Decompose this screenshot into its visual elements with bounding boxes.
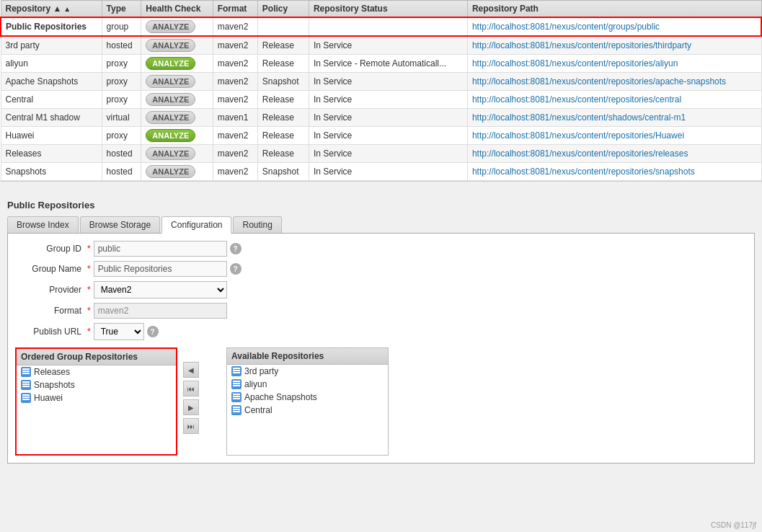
publish-url-help-icon[interactable]: ? xyxy=(147,326,159,337)
cell-path: http://localhost:8081/nexus/content/repo… xyxy=(467,145,761,163)
cell-status: In Service - Remote Automaticall... xyxy=(309,55,467,73)
repo-path-link[interactable]: http://localhost:8081/nexus/content/shad… xyxy=(472,112,686,123)
repo-path-link[interactable]: http://localhost:8081/nexus/content/repo… xyxy=(472,148,688,159)
analyze-button[interactable]: ANALYZE xyxy=(146,165,195,178)
cell-health-check: ANALYZE xyxy=(141,55,213,73)
detail-section: Public Repositories Browse Index Browse … xyxy=(0,192,762,518)
available-repo-item[interactable]: Apache Snapshots xyxy=(227,391,388,404)
form-row-provider: Provider * Maven2 xyxy=(15,281,747,298)
form-row-publish-url: Publish URL * True False ? xyxy=(15,323,747,340)
analyze-button[interactable]: ANALYZE xyxy=(146,57,195,70)
repo-item-label: Apache Snapshots xyxy=(244,392,317,402)
col-policy[interactable]: Policy xyxy=(257,1,309,18)
move-right-button[interactable]: ▶ xyxy=(183,399,199,415)
col-health-check[interactable]: Health Check xyxy=(141,1,213,18)
group-id-required: * xyxy=(87,244,91,254)
repo-path-link[interactable]: http://localhost:8081/nexus/content/repo… xyxy=(472,167,695,177)
cell-health-check: ANALYZE xyxy=(141,91,213,109)
group-name-label: Group Name xyxy=(15,264,87,274)
repo-path-link[interactable]: http://localhost:8081/nexus/content/repo… xyxy=(472,76,726,87)
ordered-group-box: Ordered Group Repositories ReleasesSnaps… xyxy=(15,347,177,456)
repo-item-icon xyxy=(21,380,31,390)
cell-health-check: ANALYZE xyxy=(141,36,213,55)
config-panel: Group ID * ? Group Name * ? Provider * M… xyxy=(7,234,755,464)
group-name-required: * xyxy=(87,264,91,274)
move-last-button[interactable]: ⏭ xyxy=(183,418,199,434)
available-repo-item[interactable]: aliyun xyxy=(227,378,388,391)
col-repository[interactable]: Repository ▲ xyxy=(1,1,102,18)
col-format[interactable]: Format xyxy=(213,1,257,18)
analyze-button[interactable]: ANALYZE xyxy=(146,129,195,142)
cell-path: http://localhost:8081/nexus/content/repo… xyxy=(467,36,761,55)
analyze-button[interactable]: ANALYZE xyxy=(146,111,195,124)
cell-repository: Central M1 shadow xyxy=(1,109,102,127)
available-list: 3rd partyaliyunApache SnapshotsCentral xyxy=(227,365,388,417)
repo-item-icon xyxy=(21,393,31,403)
repo-item-label: aliyun xyxy=(244,379,267,389)
repo-path-link[interactable]: http://localhost:8081/nexus/content/repo… xyxy=(472,130,684,141)
col-status[interactable]: Repository Status xyxy=(309,1,467,18)
publish-url-label: Publish URL xyxy=(15,327,87,337)
cell-status: In Service xyxy=(309,36,467,55)
cell-policy: Snapshot xyxy=(257,73,309,91)
analyze-button[interactable]: ANALYZE xyxy=(146,147,195,160)
repo-item-label: Snapshots xyxy=(34,380,75,390)
repo-path-link[interactable]: http://localhost:8081/nexus/content/grou… xyxy=(472,22,660,32)
col-type[interactable]: Type xyxy=(102,1,141,18)
ordered-group-title: Ordered Group Repositories xyxy=(17,349,176,365)
group-id-input[interactable] xyxy=(94,241,227,257)
cell-repository: Releases xyxy=(1,145,102,163)
provider-select[interactable]: Maven2 xyxy=(94,281,227,298)
col-path[interactable]: Repository Path xyxy=(467,1,761,18)
group-name-input[interactable] xyxy=(94,261,227,277)
tab-browse-index[interactable]: Browse Index xyxy=(7,216,79,233)
format-required: * xyxy=(87,306,91,316)
tab-routing[interactable]: Routing xyxy=(233,216,281,233)
repo-path-link[interactable]: http://localhost:8081/nexus/content/repo… xyxy=(472,94,681,105)
ordered-repo-item[interactable]: Huawei xyxy=(17,391,176,404)
repo-path-link[interactable]: http://localhost:8081/nexus/content/repo… xyxy=(472,58,678,68)
cell-format: maven2 xyxy=(213,55,257,73)
tab-configuration[interactable]: Configuration xyxy=(161,216,231,234)
cell-type: hosted xyxy=(102,145,141,163)
cell-policy: Release xyxy=(257,91,309,109)
repository-table: Repository ▲ Type Health Check Format Po… xyxy=(0,0,762,181)
form-row-group-id: Group ID * ? xyxy=(15,241,747,257)
table-section: Repository ▲ Type Health Check Format Po… xyxy=(0,0,762,182)
analyze-button[interactable]: ANALYZE xyxy=(146,75,195,88)
analyze-button[interactable]: ANALYZE xyxy=(146,20,195,33)
repo-path-link[interactable]: http://localhost:8081/nexus/content/repo… xyxy=(472,40,691,50)
ordered-repo-item[interactable]: Snapshots xyxy=(17,378,176,391)
cell-path: http://localhost:8081/nexus/content/repo… xyxy=(467,55,761,73)
repo-item-label: Releases xyxy=(34,367,70,377)
cell-format: maven2 xyxy=(213,17,257,36)
analyze-button[interactable]: ANALYZE xyxy=(146,93,195,106)
cell-policy: Release xyxy=(257,36,309,55)
available-repo-item[interactable]: Central xyxy=(227,404,388,417)
cell-health-check: ANALYZE xyxy=(141,109,213,127)
format-input xyxy=(94,303,227,319)
publish-url-select[interactable]: True False xyxy=(94,323,144,340)
cell-format: maven2 xyxy=(213,127,257,145)
cell-status: In Service xyxy=(309,91,467,109)
cell-format: maven2 xyxy=(213,145,257,163)
repo-item-label: Huawei xyxy=(34,393,63,403)
available-repos-box: Available Repositories 3rd partyaliyunAp… xyxy=(226,347,389,456)
cell-type: group xyxy=(102,17,141,36)
group-id-help-icon[interactable]: ? xyxy=(230,243,242,254)
group-name-help-icon[interactable]: ? xyxy=(230,263,242,275)
analyze-button[interactable]: ANALYZE xyxy=(146,39,195,52)
cell-health-check: ANALYZE xyxy=(141,145,213,163)
form-row-format: Format * xyxy=(15,303,747,319)
move-first-button[interactable]: ⏮ xyxy=(183,381,199,396)
ordered-repo-item[interactable]: Releases xyxy=(17,365,176,378)
cell-policy: Snapshot xyxy=(257,163,309,181)
tab-browse-storage[interactable]: Browse Storage xyxy=(80,216,160,233)
repo-item-icon xyxy=(231,366,242,376)
cell-repository: Snapshots xyxy=(1,163,102,181)
cell-health-check: ANALYZE xyxy=(141,163,213,181)
available-repo-item[interactable]: 3rd party xyxy=(227,365,388,378)
form-row-group-name: Group Name * ? xyxy=(15,261,747,277)
move-left-button[interactable]: ◀ xyxy=(183,362,199,378)
tab-bar: Browse Index Browse Storage Configuratio… xyxy=(7,216,755,234)
